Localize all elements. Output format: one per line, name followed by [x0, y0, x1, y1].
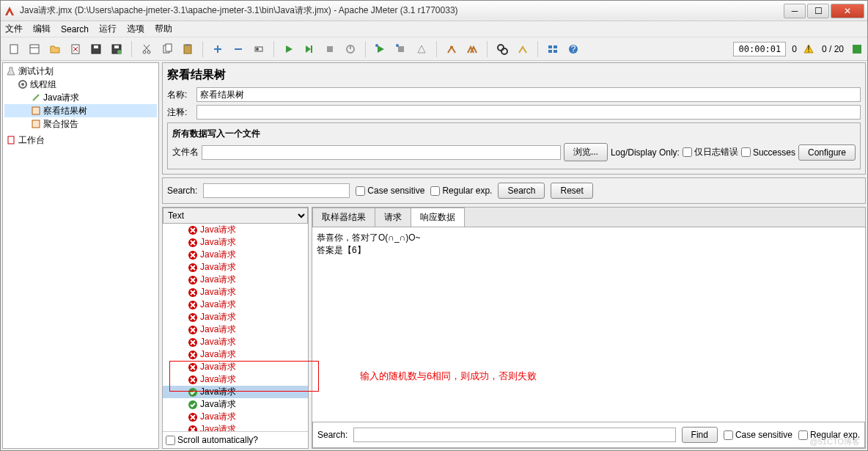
clear-icon[interactable] [443, 40, 460, 58]
menu-help[interactable]: 帮助 [155, 23, 172, 35]
open-icon[interactable] [46, 40, 64, 58]
templates-icon[interactable] [26, 40, 43, 58]
reset-search-icon[interactable] [514, 40, 532, 58]
result-item-label: Java请求 [200, 323, 236, 336]
result-item[interactable]: Java请求 [163, 274, 308, 286]
svg-rect-41 [853, 45, 861, 54]
cut-icon[interactable] [138, 40, 155, 58]
start-icon[interactable] [280, 40, 298, 58]
result-item-label: Java请求 [200, 274, 236, 286]
test-plan-tree[interactable]: 测试计划 线程组 Java请求 察看结果树 聚合报告 工作台 [2, 62, 159, 449]
result-item[interactable]: Java请求 [163, 348, 308, 361]
minimize-button[interactable]: ─ [784, 4, 806, 18]
tab-sampler-result[interactable]: 取样器结果 [312, 208, 375, 227]
results-tree-icon [31, 106, 41, 116]
help-tb-icon[interactable]: ? [564, 40, 582, 58]
collapse-icon[interactable] [229, 40, 247, 58]
bottom-case-checkbox[interactable]: Case sensitive [724, 430, 792, 440]
result-item[interactable]: Java请求 [163, 323, 308, 336]
remote-shutdown-icon[interactable] [413, 40, 430, 58]
result-item[interactable]: Java请求 [163, 249, 308, 261]
menu-search[interactable]: Search [61, 24, 89, 34]
errors-only-checkbox[interactable]: 仅日志错误 [683, 146, 738, 158]
result-item[interactable]: Java请求 [163, 411, 308, 423]
search-button[interactable]: Search [498, 183, 545, 199]
result-item[interactable]: Java请求 [163, 261, 308, 274]
name-input[interactable] [196, 87, 861, 102]
result-item[interactable]: Java请求 [163, 423, 308, 431]
new-icon[interactable] [5, 40, 23, 58]
result-item-label: Java请求 [200, 236, 236, 249]
find-button[interactable]: Find [682, 427, 718, 443]
gear-icon [18, 79, 28, 89]
start-no-timer-icon[interactable] [301, 40, 318, 58]
paste-icon[interactable] [179, 40, 196, 58]
result-item[interactable]: Java请求 [163, 224, 308, 236]
bottom-search-input[interactable] [353, 428, 675, 442]
toggle-icon[interactable] [250, 40, 268, 58]
watermark: @51CTO博客 [810, 436, 860, 447]
success-icon [188, 400, 198, 410]
svg-point-11 [143, 51, 146, 54]
tree-view-results[interactable]: 察看结果树 [4, 104, 157, 117]
menu-options[interactable]: 选项 [127, 23, 144, 35]
comment-input[interactable] [196, 105, 861, 120]
search-input[interactable] [203, 183, 350, 198]
expand-icon[interactable] [209, 40, 227, 58]
reset-button[interactable]: Reset [551, 183, 592, 199]
tree-thread-group[interactable]: 线程组 [4, 78, 157, 91]
case-sensitive-checkbox[interactable]: Case sensitive [356, 186, 424, 196]
regex-checkbox[interactable]: Regular exp. [430, 186, 492, 196]
successes-checkbox[interactable]: Successes [741, 147, 795, 158]
copy-icon[interactable] [158, 40, 176, 58]
result-item[interactable]: Java请求 [163, 398, 308, 411]
pipette-icon [31, 92, 41, 103]
save-icon[interactable] [87, 40, 105, 58]
panel-title: 察看结果树 [167, 67, 861, 83]
tree-workbench[interactable]: 工作台 [4, 133, 157, 147]
svg-rect-1 [30, 45, 39, 54]
svg-text:!: ! [807, 44, 809, 54]
tree-test-plan[interactable]: 测试计划 [4, 65, 157, 78]
svg-rect-46 [32, 120, 40, 128]
shutdown-icon[interactable] [342, 40, 359, 58]
save-as-icon[interactable] [108, 40, 125, 58]
configure-button[interactable]: Configure [798, 144, 856, 161]
filename-input[interactable] [202, 145, 561, 160]
result-item[interactable]: Java请求 [163, 236, 308, 249]
menu-edit[interactable]: 编辑 [33, 23, 51, 35]
response-search-bar: Search: Find Case sensitive Regular exp. [312, 422, 865, 448]
tab-response-data[interactable]: 响应数据 [411, 208, 465, 227]
tab-request[interactable]: 请求 [375, 208, 411, 227]
scroll-auto-checkbox[interactable]: Scroll automatically? [166, 435, 258, 445]
stop-icon[interactable] [321, 40, 339, 58]
result-item[interactable]: Java请求 [163, 311, 308, 323]
svg-point-10 [117, 50, 122, 54]
result-item[interactable]: Java请求 [163, 336, 308, 348]
results-list[interactable]: Java请求Java请求Java请求Java请求Java请求Java请求Java… [163, 224, 308, 431]
result-item[interactable]: Java请求 [163, 298, 308, 311]
maximize-button[interactable]: ☐ [807, 4, 829, 18]
menu-file[interactable]: 文件 [5, 23, 23, 35]
tree-java-request[interactable]: Java请求 [4, 91, 157, 104]
remote-stop-icon[interactable] [392, 40, 410, 58]
remote-start-icon[interactable] [372, 40, 389, 58]
tree-aggregate-report[interactable]: 聚合报告 [4, 117, 157, 131]
renderer-select[interactable]: Text [163, 208, 308, 224]
close-button[interactable]: ✕ [831, 4, 864, 18]
flask-icon [6, 66, 16, 76]
browse-button[interactable]: 浏览... [564, 143, 608, 161]
response-body[interactable]: 恭喜你，答对了O(∩_∩)O~ 答案是【6】 [312, 227, 865, 420]
search-tb-icon[interactable] [493, 40, 511, 58]
result-item[interactable]: Java请求 [163, 286, 308, 298]
clear-all-icon[interactable] [463, 40, 481, 58]
close-file-icon[interactable] [67, 40, 84, 58]
jmeter-icon [4, 5, 15, 17]
function-icon[interactable] [544, 40, 562, 58]
search-label: Search: [167, 186, 197, 196]
menu-run[interactable]: 运行 [99, 23, 117, 35]
report-icon [31, 119, 41, 129]
warning-count: 0 [792, 44, 797, 54]
svg-rect-7 [94, 45, 98, 48]
error-icon [188, 412, 198, 422]
